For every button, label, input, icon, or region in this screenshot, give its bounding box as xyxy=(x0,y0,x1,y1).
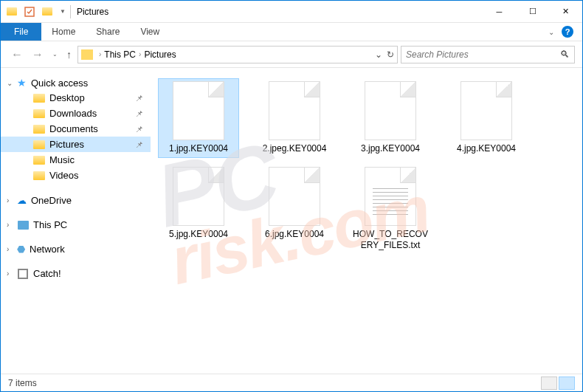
sidebar-onedrive[interactable]: › ☁ OneDrive xyxy=(1,193,151,207)
pc-icon xyxy=(17,220,29,230)
breadcrumb-dropdown-icon[interactable]: ⌄ xyxy=(375,49,382,60)
sidebar-network[interactable]: › ⬣ Network xyxy=(1,242,151,256)
file-item[interactable]: 3.jpg.KEY0004 xyxy=(350,78,431,158)
sidebar-item-label: Downloads xyxy=(49,108,97,119)
sidebar-item-label: Music xyxy=(49,154,75,165)
sidebar-item-downloads[interactable]: Downloads📌︎ xyxy=(1,106,151,121)
qat-newfolder-icon[interactable] xyxy=(39,4,55,20)
sidebar-item-videos[interactable]: Videos xyxy=(1,168,151,183)
file-item[interactable]: 5.jpg.KEY0004 xyxy=(158,164,239,255)
window-title: Pictures xyxy=(77,7,108,17)
address-bar: ← → ⌄ ↑ › This PC › Pictures ⌄ ↻ 🔍︎ xyxy=(1,41,582,68)
pin-icon: 📌︎ xyxy=(135,125,143,134)
qat-dropdown-icon[interactable]: ▼ xyxy=(60,8,66,15)
titlebar: ▼ Pictures ─ ☐ ✕ xyxy=(1,1,582,23)
pin-icon: 📌︎ xyxy=(135,109,143,118)
sidebar-item-desktop[interactable]: Desktop📌︎ xyxy=(1,90,151,106)
folder-icon xyxy=(33,93,45,103)
maximize-button[interactable]: ☐ xyxy=(516,1,549,22)
chevron-right-icon[interactable]: › xyxy=(139,50,141,58)
statusbar: 7 items xyxy=(1,374,582,391)
search-icon[interactable]: 🔍︎ xyxy=(560,49,570,60)
file-icon xyxy=(460,81,512,140)
nav-back-button[interactable]: ← xyxy=(8,46,26,63)
search-box[interactable]: 🔍︎ xyxy=(401,46,575,63)
file-label: 5.jpg.KEY0004 xyxy=(169,229,228,241)
close-button[interactable]: ✕ xyxy=(549,1,582,22)
file-label: 2.jpeg.KEY0004 xyxy=(263,143,327,155)
minimize-button[interactable]: ─ xyxy=(483,1,516,22)
chevron-right-icon: › xyxy=(7,269,9,278)
folder-icon xyxy=(33,140,45,150)
breadcrumb[interactable]: › This PC › Pictures ⌄ ↻ xyxy=(77,46,398,63)
file-icon xyxy=(173,167,224,226)
sidebar-item-label: Videos xyxy=(49,170,79,181)
status-count: 7 items xyxy=(8,378,37,388)
ribbon-home-tab[interactable]: Home xyxy=(41,23,86,41)
sidebar-quick-access[interactable]: ⌄ ★ Quick access xyxy=(1,75,151,90)
search-input[interactable] xyxy=(406,49,560,60)
folder-icon xyxy=(33,109,45,119)
separator xyxy=(70,5,71,18)
chevron-right-icon: › xyxy=(7,196,9,204)
sidebar: ⌄ ★ Quick access Desktop📌︎Downloads📌︎Doc… xyxy=(1,68,151,374)
pin-icon: 📌︎ xyxy=(135,94,143,103)
star-icon: ★ xyxy=(17,77,27,89)
file-label: HOW_TO_RECOVERY_FILES.txt xyxy=(353,229,428,252)
chevron-down-icon: ⌄ xyxy=(7,79,13,87)
sidebar-label: OneDrive xyxy=(31,195,72,206)
file-label: 1.jpg.KEY0004 xyxy=(169,143,228,155)
ribbon-view-tab[interactable]: View xyxy=(130,23,170,41)
sidebar-item-music[interactable]: Music xyxy=(1,152,151,168)
ribbon: File Home Share View ⌄ ? xyxy=(1,23,582,41)
file-item[interactable]: HOW_TO_RECOVERY_FILES.txt xyxy=(350,164,431,255)
pin-icon: 📌︎ xyxy=(135,140,143,149)
sidebar-label: Quick access xyxy=(31,78,88,89)
folder-icon xyxy=(33,155,45,165)
chevron-right-icon[interactable]: › xyxy=(99,50,101,58)
file-label: 3.jpg.KEY0004 xyxy=(361,143,420,155)
folder-icon xyxy=(81,49,93,60)
view-icons-button[interactable] xyxy=(559,376,575,390)
chevron-right-icon: › xyxy=(7,221,9,229)
cloud-icon: ☁ xyxy=(17,195,27,206)
sidebar-item-label: Documents xyxy=(49,123,98,134)
ribbon-file-tab[interactable]: File xyxy=(1,23,41,41)
folder-icon xyxy=(33,124,45,134)
sidebar-thispc[interactable]: › This PC xyxy=(1,218,151,232)
nav-history-dropdown[interactable]: ⌄ xyxy=(49,51,61,58)
file-label: 6.jpg.KEY0004 xyxy=(265,229,324,241)
qat-properties-icon[interactable] xyxy=(21,4,38,20)
file-icon xyxy=(173,81,224,140)
folder-icon xyxy=(33,171,45,181)
file-item[interactable]: 6.jpg.KEY0004 xyxy=(254,164,335,255)
catch-icon xyxy=(17,269,29,279)
explorer-icon xyxy=(4,4,20,20)
sidebar-item-label: Desktop xyxy=(49,92,85,103)
view-details-button[interactable] xyxy=(541,376,557,390)
file-label: 4.jpg.KEY0004 xyxy=(457,143,516,155)
file-item[interactable]: 4.jpg.KEY0004 xyxy=(446,78,527,158)
file-icon xyxy=(365,81,416,140)
sidebar-catch[interactable]: › Catch! xyxy=(1,267,151,281)
nav-up-button[interactable]: ↑ xyxy=(63,49,75,61)
sidebar-label: Network xyxy=(30,244,65,255)
refresh-icon[interactable]: ↻ xyxy=(387,49,394,60)
sidebar-item-pictures[interactable]: Pictures📌︎ xyxy=(1,137,151,152)
ribbon-share-tab[interactable]: Share xyxy=(86,23,130,41)
breadcrumb-pictures[interactable]: Pictures xyxy=(144,49,176,60)
chevron-right-icon: › xyxy=(7,245,9,253)
sidebar-label: This PC xyxy=(33,219,67,230)
file-item[interactable]: 1.jpg.KEY0004 xyxy=(158,78,239,158)
ribbon-collapse-icon[interactable]: ⌄ xyxy=(548,28,554,36)
breadcrumb-thispc[interactable]: This PC xyxy=(104,49,136,60)
sidebar-item-label: Pictures xyxy=(49,139,84,150)
help-icon[interactable]: ? xyxy=(562,26,573,38)
network-icon: ⬣ xyxy=(17,244,25,255)
file-item[interactable]: 2.jpeg.KEY0004 xyxy=(254,78,335,158)
nav-forward-button[interactable]: → xyxy=(29,46,46,63)
sidebar-item-documents[interactable]: Documents📌︎ xyxy=(1,121,151,137)
file-grid[interactable]: 1.jpg.KEY00042.jpeg.KEY00043.jpg.KEY0004… xyxy=(151,68,582,374)
file-icon xyxy=(269,81,320,140)
file-icon xyxy=(269,167,320,226)
